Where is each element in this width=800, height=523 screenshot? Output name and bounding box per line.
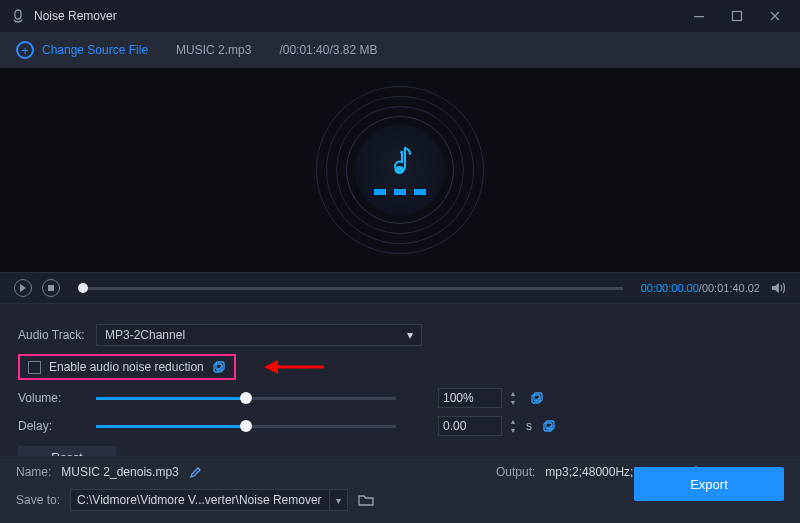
noise-reduction-apply-all-icon[interactable] <box>212 360 226 374</box>
save-to-dropdown[interactable]: ▾ <box>330 489 348 511</box>
controls-panel: Audio Track: MP3-2Channel ▾ Enable audio… <box>0 304 800 480</box>
seek-thumb[interactable] <box>78 283 88 293</box>
chevron-down-icon: ▾ <box>407 328 413 342</box>
stop-button[interactable] <box>42 279 60 297</box>
export-button[interactable]: Export <box>634 467 784 501</box>
change-source-label: Change Source File <box>42 43 148 57</box>
minimize-button[interactable] <box>684 4 714 28</box>
save-to-path[interactable]: C:\Vidmore\Vidmore V...verter\Noise Remo… <box>70 489 330 511</box>
maximize-button[interactable] <box>722 4 752 28</box>
volume-thumb[interactable] <box>240 392 252 404</box>
delay-stepper[interactable]: ▲▼ <box>506 416 520 436</box>
duration: 00:01:40.02 <box>702 282 760 294</box>
name-label: Name: <box>16 465 51 479</box>
toolbar: + Change Source File MUSIC 2.mp3 /00:01:… <box>0 32 800 68</box>
delay-label: Delay: <box>18 419 96 433</box>
save-to-label: Save to: <box>16 493 60 507</box>
audio-track-select[interactable]: MP3-2Channel ▾ <box>96 324 422 346</box>
audio-visualizer <box>315 85 485 255</box>
change-source-button[interactable]: + Change Source File <box>16 41 148 59</box>
titlebar: Noise Remover <box>0 0 800 32</box>
current-time: 00:00:00.00 <box>641 282 699 294</box>
delay-thumb[interactable] <box>240 420 252 432</box>
delay-input[interactable]: 0.00 <box>438 416 502 436</box>
svg-rect-1 <box>733 12 742 21</box>
output-label: Output: <box>496 465 535 479</box>
audio-track-value: MP3-2Channel <box>105 328 185 342</box>
plus-icon: + <box>16 41 34 59</box>
svg-rect-3 <box>48 285 54 291</box>
close-button[interactable] <box>760 4 790 28</box>
play-button[interactable] <box>14 279 32 297</box>
noise-reduction-label: Enable audio noise reduction <box>49 360 204 374</box>
source-filename: MUSIC 2.mp3 <box>176 43 251 57</box>
volume-slider[interactable] <box>96 397 396 400</box>
audio-track-label: Audio Track: <box>18 328 96 342</box>
annotation-arrow-icon <box>264 358 324 376</box>
volume-apply-all-icon[interactable] <box>530 391 544 405</box>
volume-input[interactable]: 100% <box>438 388 502 408</box>
delay-unit: s <box>526 419 532 433</box>
noise-reduction-highlight: Enable audio noise reduction <box>18 354 236 380</box>
app-logo-icon <box>10 8 26 24</box>
delay-slider[interactable] <box>96 425 396 428</box>
volume-icon[interactable] <box>770 280 786 296</box>
seek-slider[interactable] <box>78 287 623 290</box>
folder-icon[interactable] <box>358 493 374 507</box>
timecodes: 00:00:00.00/00:01:40.02 <box>641 282 760 294</box>
preview-area <box>0 68 800 272</box>
noise-reduction-checkbox[interactable] <box>28 361 41 374</box>
volume-label: Volume: <box>18 391 96 405</box>
bottom-bar: Name: MUSIC 2_denois.mp3 Output: mp3;2;4… <box>0 456 800 523</box>
delay-apply-all-icon[interactable] <box>542 419 556 433</box>
svg-rect-0 <box>694 16 704 17</box>
pencil-icon[interactable] <box>189 466 202 479</box>
volume-stepper[interactable]: ▲▼ <box>506 388 520 408</box>
name-value: MUSIC 2_denois.mp3 <box>61 465 178 479</box>
playback-bar: 00:00:00.00/00:01:40.02 <box>0 272 800 304</box>
source-meta: /00:01:40/3.82 MB <box>279 43 377 57</box>
app-title: Noise Remover <box>34 9 117 23</box>
